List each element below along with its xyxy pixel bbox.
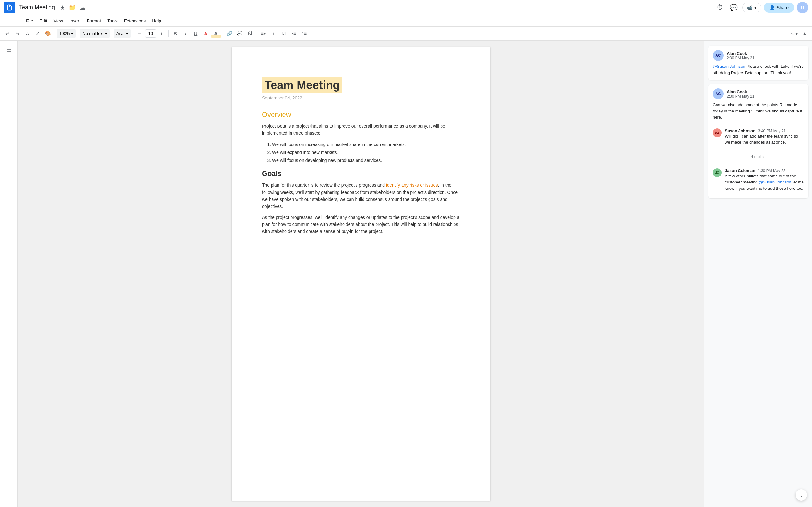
document-area: Team Meeting September 04, 2022 Overview… [18, 41, 704, 507]
comment-text-2: Can we also add some of the points Raj m… [713, 102, 804, 120]
paint-format-button[interactable]: 🎨 [43, 29, 53, 38]
comment-header-1: AC Alan Cook 2:30 PM May 21 [713, 50, 804, 61]
list-item-1: We will focus on increasing our market s… [272, 141, 460, 149]
menu-file[interactable]: File [23, 17, 37, 25]
formatting-options-button[interactable]: ✏▾ [790, 29, 799, 38]
image-button[interactable]: 🖼 [245, 29, 255, 38]
comment-author-2: Alan Cook [727, 89, 754, 94]
comment-button[interactable]: 💬 [235, 29, 245, 38]
goals-body-1: The plan for this quarter is to review t… [262, 181, 460, 210]
comments-icon[interactable]: 💬 [728, 2, 740, 13]
highlight-color-button[interactable]: A [211, 29, 221, 38]
reply-text-jason: A few other bullets that came out of the… [725, 173, 804, 192]
italic-button[interactable]: I [181, 29, 190, 38]
menu-help[interactable]: Help [149, 17, 164, 25]
reply-avatar-susan: SJ [713, 128, 722, 137]
hide-toolbar-button[interactable]: ▲ [800, 29, 809, 38]
checklist-button[interactable]: ☑ [279, 29, 289, 38]
toolbar-divider-3 [112, 30, 112, 37]
font-size-input[interactable] [145, 30, 156, 38]
overview-heading: Overview [262, 111, 460, 119]
meet-button[interactable]: 📹 ▾ [742, 3, 761, 12]
font-size-control: − + [135, 29, 166, 38]
title-bar: Team Meeting ★ 📁 ☁ ⏱ 💬 📹 ▾ 👤 Share U [0, 0, 812, 15]
goals-highlighted: identify any risks or issues [386, 182, 438, 187]
bullet-list-button[interactable]: •≡ [289, 29, 299, 38]
overview-body: Project Beta is a project that aims to i… [262, 123, 460, 137]
top-right-controls: ⏱ 💬 📹 ▾ 👤 Share U [714, 2, 808, 13]
toolbar-divider-1 [55, 30, 55, 37]
comment-mention-1: @Susan Johnson [713, 64, 745, 69]
main-layout: ☰ Team Meeting September 04, 2022 Overvi… [0, 41, 812, 507]
star-icon[interactable]: ★ [59, 3, 66, 12]
comment-time-1: 2:30 PM May 21 [727, 56, 754, 60]
align-button[interactable]: ≡▾ [259, 29, 268, 38]
comment-divider-1 [713, 123, 804, 123]
document-title-block: Team Meeting [262, 77, 460, 95]
menu-format[interactable]: Format [84, 17, 104, 25]
left-sidebar: ☰ [0, 41, 18, 507]
comment-card-2: AC Alan Cook 2:30 PM May 21 Can we also … [708, 84, 808, 199]
comment-author-1: Alan Cook [727, 51, 754, 56]
line-spacing-button[interactable]: ↕ [269, 29, 278, 38]
toolbar-divider-7 [257, 30, 257, 37]
link-button[interactable]: 🔗 [225, 29, 235, 38]
folder-icon[interactable]: 📁 [67, 3, 77, 12]
font-select[interactable]: Arial ▾ [114, 29, 131, 38]
increase-font-size[interactable]: + [157, 29, 166, 38]
text-color-button[interactable]: A [201, 29, 211, 38]
share-button[interactable]: 👤 Share [764, 3, 794, 13]
share-icon: 👤 [769, 5, 775, 10]
menu-view[interactable]: View [50, 17, 66, 25]
history-icon[interactable]: ⏱ [714, 2, 726, 13]
cloud-icon[interactable]: ☁ [78, 3, 87, 12]
jason-mention: @Susan Johnson [759, 180, 792, 184]
undo-button[interactable]: ↩ [3, 29, 12, 38]
comment-divider-3 [713, 163, 804, 163]
menu-tools[interactable]: Tools [104, 17, 121, 25]
share-label: Share [777, 5, 789, 10]
toolbar-divider-6 [223, 30, 223, 37]
comment-meta-2: Alan Cook 2:30 PM May 21 [727, 89, 754, 99]
text-style-select[interactable]: Normal text ▾ [80, 29, 109, 38]
replies-count: 4 replies [713, 153, 804, 160]
overview-list: We will focus on increasing our market s… [272, 141, 460, 165]
print-button[interactable]: 🖨 [23, 29, 32, 38]
underline-button[interactable]: U [191, 29, 200, 38]
meet-label: ▾ [754, 5, 757, 10]
reply-time-susan: 3:40 PM May 21 [758, 129, 786, 133]
redo-button[interactable]: ↪ [13, 29, 22, 38]
spell-check-button[interactable]: ✓ [33, 29, 43, 38]
document-title: Team Meeting [19, 4, 55, 11]
reply-text-susan: Will do! I can add after the team sync s… [725, 133, 804, 146]
user-avatar[interactable]: U [797, 2, 808, 13]
toolbar-divider-5 [168, 30, 169, 37]
reply-time-jason: 1:30 PM May 22 [758, 169, 785, 173]
goals-body-2: As the project progresses, we'll identif… [262, 214, 460, 235]
comment-time-2: 2:30 PM May 21 [727, 94, 754, 99]
menu-edit[interactable]: Edit [37, 17, 50, 25]
more-options-button[interactable]: ⋯ [310, 29, 319, 38]
document-page: Team Meeting September 04, 2022 Overview… [232, 47, 490, 501]
zoom-select[interactable]: 100% ▾ [57, 29, 76, 38]
toolbar-divider-4 [133, 30, 133, 37]
app-icon [4, 2, 15, 13]
reply-author-susan: Susan Johnson [725, 128, 756, 133]
numbered-list-button[interactable]: 1≡ [299, 29, 309, 38]
bold-button[interactable]: B [171, 29, 180, 38]
menu-extensions[interactable]: Extensions [121, 17, 149, 25]
list-item-2: We will expand into new markets. [272, 149, 460, 157]
reply-card-jason: JC Jason Coleman 1:30 PM May 22 A few ot… [713, 166, 804, 194]
doc-date: September 04, 2022 [262, 95, 460, 101]
comments-sidebar: AC Alan Cook 2:30 PM May 21 @Susan Johns… [704, 41, 812, 507]
scroll-to-bottom-button[interactable]: ⌄ [796, 489, 807, 501]
comment-text-1: @Susan Johnson Please check with Luke if… [713, 63, 804, 76]
outline-toggle[interactable]: ☰ [3, 44, 14, 56]
comment-divider-2 [713, 151, 804, 151]
reply-author-jason: Jason Coleman [725, 168, 755, 173]
decrease-font-size[interactable]: − [135, 29, 144, 38]
comment-avatar-2: AC [713, 89, 723, 99]
menu-insert[interactable]: Insert [66, 17, 84, 25]
comment-avatar-1: AC [713, 50, 723, 61]
reply-card-1: SJ Susan Johnson 3:40 PM May 21 Will do!… [713, 126, 804, 148]
